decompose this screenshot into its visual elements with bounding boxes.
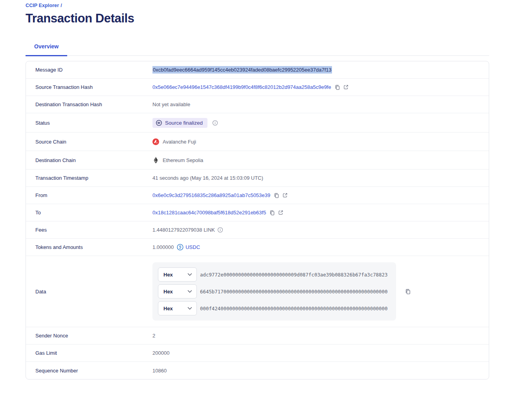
row-label: Data (26, 289, 152, 295)
row-label: To (26, 210, 152, 216)
info-icon[interactable] (217, 227, 223, 233)
row-label: Message ID (26, 67, 152, 73)
external-link-icon[interactable] (343, 84, 349, 90)
row-from: From 0x6e0c9c3d279516835c286a8925a01ab7c… (26, 187, 489, 204)
row-label: Destination Chain (26, 157, 152, 163)
sequence-number-value: 10860 (152, 368, 167, 374)
row-message-id: Message ID 0xcb0fad9eec6664ad959f145cc4e… (26, 61, 489, 79)
from-address-link[interactable]: 0x6e0c9c3d279516835c286a8925a01ab7c5053e… (152, 192, 270, 198)
row-label: Sequence Number (26, 368, 152, 374)
info-icon[interactable] (212, 120, 218, 126)
timestamp-value: 41 seconds ago (May 16, 2024 at 15:03:09… (152, 175, 263, 181)
avalanche-chain-icon (152, 138, 159, 145)
data-hex-line: 6645b71700000000000000000000000000000000… (200, 289, 387, 295)
external-link-icon[interactable] (282, 192, 288, 198)
chevron-down-icon (187, 307, 192, 310)
data-line: Hex 000f42400000000000000000000000000000… (158, 301, 391, 315)
row-label: Source Transaction Hash (26, 84, 152, 90)
row-source-transaction-hash: Source Transaction Hash 0x5e066ec7e94496… (26, 79, 489, 96)
row-tokens-and-amounts: Tokens and Amounts 1.000000 USDC (26, 239, 489, 256)
row-label: Fees (26, 227, 152, 233)
source-tx-hash-link[interactable]: 0x5e066ec7e94496e1547c368df4199b9f0c4f8f… (152, 84, 331, 90)
row-transaction-timestamp: Transaction Timestamp 41 seconds ago (Ma… (26, 170, 489, 187)
data-panel: Hex adc9772e0000000000000000000000009d08… (152, 262, 396, 321)
data-format-select[interactable]: Hex (158, 284, 197, 298)
token-amount: 1.000000 (152, 244, 174, 250)
row-label: From (26, 192, 152, 198)
status-badge: Source finalized (152, 118, 207, 128)
data-line: Hex 6645b7170000000000000000000000000000… (158, 284, 391, 298)
row-label: Sender Nonce (26, 333, 152, 339)
row-status: Status Source finalized (26, 113, 489, 133)
copy-icon[interactable] (273, 192, 280, 199)
row-label: Destination Transaction Hash (26, 101, 152, 107)
fees-value: 1.4480127922079038 LINK (152, 227, 215, 233)
data-hex-line: adc9772e0000000000000000000000009d087fc0… (200, 272, 387, 278)
row-destination-chain: Destination Chain Ethereum Sepolia (26, 151, 489, 170)
to-address-link[interactable]: 0x18c1281caac64c70098baf5f618d52e291eb63… (152, 210, 266, 216)
breadcrumb-separator: / (61, 3, 62, 8)
row-gas-limit: Gas Limit 200000 (26, 345, 489, 362)
copy-icon[interactable] (334, 84, 341, 90)
row-label: Source Chain (26, 139, 152, 145)
usdc-token-icon (177, 244, 183, 251)
chevron-down-icon (187, 290, 192, 293)
breadcrumb: CCIP Explorer/ (26, 3, 489, 8)
gas-limit-value: 200000 (152, 350, 169, 356)
tab-bar: Overview (26, 43, 489, 56)
chevron-down-icon (187, 273, 192, 276)
transaction-details-page: CCIP Explorer/ Transaction Details Overv… (0, 0, 489, 380)
row-label: Transaction Timestamp (26, 175, 152, 181)
destination-tx-hash-value: Not yet available (152, 101, 190, 107)
data-hex-line: 000f424000000000000000000000000000000000… (200, 306, 387, 311)
copy-icon[interactable] (269, 210, 275, 216)
active-tab-indicator (26, 55, 67, 56)
data-line: Hex adc9772e0000000000000000000000009d08… (158, 267, 391, 282)
sender-nonce-value: 2 (152, 333, 155, 339)
row-to: To 0x18c1281caac64c70098baf5f618d52e291e… (26, 204, 489, 221)
page-title: Transaction Details (26, 11, 489, 26)
row-data: Data Hex adc9772e00000000000000000000000… (26, 256, 489, 327)
row-sequence-number: Sequence Number 10860 (26, 362, 489, 379)
external-link-icon[interactable] (278, 210, 284, 216)
ethereum-chain-icon (152, 157, 159, 164)
status-badge-label: Source finalized (165, 120, 203, 126)
row-sender-nonce: Sender Nonce 2 (26, 327, 489, 345)
row-fees: Fees 1.4480127922079038 LINK (26, 221, 489, 239)
token-symbol: USDC (185, 244, 200, 250)
source-chain-value: Avalanche Fuji (152, 138, 196, 145)
tab-overview[interactable]: Overview (26, 43, 67, 55)
transaction-details-card: Message ID 0xcb0fad9eec6664ad959f145cc4e… (26, 61, 489, 380)
breadcrumb-ccip-explorer-link[interactable]: CCIP Explorer (26, 3, 59, 8)
row-label: Status (26, 120, 152, 126)
finality-status-icon (156, 120, 162, 126)
destination-chain-value: Ethereum Sepolia (152, 157, 203, 164)
data-format-select[interactable]: Hex (158, 267, 197, 282)
message-id-value: 0xcb0fad9eec6664ad959f145cc4eb023924fade… (152, 66, 332, 74)
token-link[interactable]: USDC (177, 244, 200, 251)
row-source-chain: Source Chain Avalanche Fuji (26, 133, 489, 151)
destination-chain-name: Ethereum Sepolia (163, 157, 203, 163)
copy-icon[interactable] (405, 288, 411, 295)
row-label: Tokens and Amounts (26, 244, 152, 250)
data-format-select[interactable]: Hex (158, 301, 197, 315)
source-chain-name: Avalanche Fuji (163, 139, 196, 145)
row-label: Gas Limit (26, 350, 152, 356)
row-destination-transaction-hash: Destination Transaction Hash Not yet ava… (26, 96, 489, 113)
